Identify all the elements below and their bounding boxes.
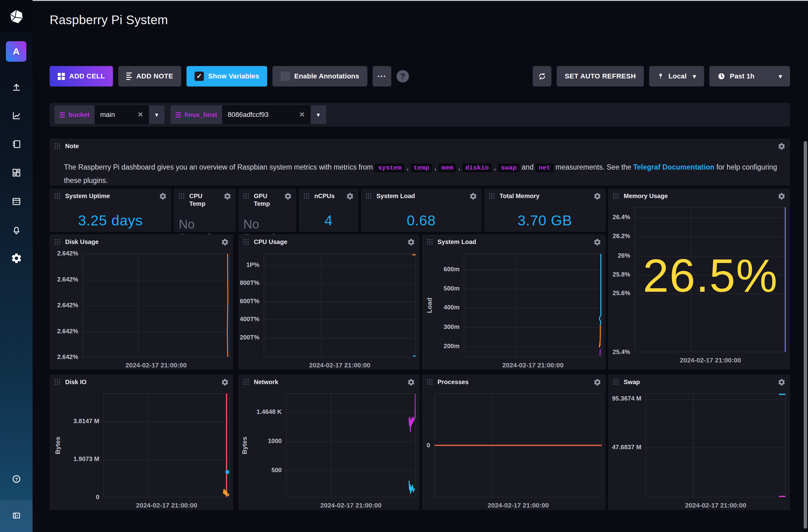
scrollbar-thumb[interactable] bbox=[804, 141, 807, 529]
gear-icon[interactable] bbox=[223, 192, 232, 202]
y-tick-label: 600m bbox=[422, 266, 460, 273]
chart-plot[interactable] bbox=[435, 394, 602, 497]
upload-icon[interactable] bbox=[11, 81, 22, 93]
avatar[interactable]: A bbox=[6, 41, 26, 62]
gear-icon[interactable] bbox=[159, 192, 167, 202]
show-variables-toggle[interactable]: ✓ Show Variables bbox=[186, 66, 267, 87]
variable-value-input[interactable]: 8086adfccf93 ✕ bbox=[222, 106, 311, 124]
add-cell-button[interactable]: ADD CELL bbox=[50, 66, 113, 87]
enable-annotations-checkbox[interactable] bbox=[280, 72, 290, 81]
variable-value-input[interactable]: main ✕ bbox=[95, 106, 149, 124]
notebooks-icon[interactable] bbox=[11, 138, 22, 150]
drag-handle-icon[interactable] bbox=[243, 239, 250, 247]
gear-icon[interactable] bbox=[593, 378, 601, 387]
variable-linux-host[interactable]: linux_host 8086adfccf93 ✕ ▾ bbox=[171, 106, 326, 124]
y-tick-label: 25.8% bbox=[608, 271, 630, 278]
chart-plot[interactable] bbox=[464, 253, 602, 357]
cell-cpu-usage: CPU Usage 1P%800T%600T%400T%200T%2024-02… bbox=[238, 234, 420, 369]
y-tick-label: 200m bbox=[422, 343, 460, 350]
drag-handle-icon[interactable] bbox=[612, 379, 620, 387]
cell-processes: Processes 02024-02-17 21:00:00 bbox=[422, 375, 606, 510]
alerts-icon[interactable] bbox=[11, 224, 22, 235]
chart-plot[interactable] bbox=[264, 253, 416, 357]
drag-handle-icon[interactable] bbox=[612, 192, 620, 201]
chart-plot[interactable] bbox=[82, 253, 229, 357]
cell-swap: Swap 95.3674 M47.6837 M2024-02-17 21:00:… bbox=[608, 375, 790, 510]
gear-icon[interactable] bbox=[221, 378, 229, 387]
drag-handle-icon[interactable] bbox=[365, 192, 373, 201]
settings-icon[interactable] bbox=[11, 252, 22, 264]
note-text: measurements. See the bbox=[554, 163, 633, 171]
telegraf-documentation-link[interactable]: Telegraf Documentation bbox=[633, 163, 715, 171]
measurement-tag: system bbox=[375, 164, 405, 172]
add-cell-label: ADD CELL bbox=[69, 72, 105, 80]
x-axis-label: 2024-02-17 21:00:00 bbox=[646, 501, 786, 509]
clear-icon[interactable]: ✕ bbox=[137, 111, 143, 119]
variable-drag-icon[interactable] bbox=[59, 112, 65, 117]
drag-handle-icon[interactable] bbox=[489, 192, 496, 201]
drag-handle-icon[interactable] bbox=[54, 379, 61, 387]
y-axis-label: Bytes bbox=[241, 433, 248, 458]
drag-handle-icon[interactable] bbox=[426, 379, 434, 387]
cell-system-load: System Load 600m500m400m300m200mLoad2024… bbox=[422, 234, 606, 369]
data-explorer-icon[interactable] bbox=[11, 110, 22, 121]
stat-value: 0.68 bbox=[361, 212, 481, 229]
more-options-button[interactable]: ··· bbox=[373, 66, 391, 87]
y-tick-label: 95.3674 M bbox=[608, 395, 641, 402]
note-text: and bbox=[520, 163, 536, 171]
gear-icon[interactable] bbox=[407, 378, 415, 387]
dashboards-icon[interactable] bbox=[11, 167, 22, 178]
drag-handle-icon[interactable] bbox=[54, 239, 61, 247]
gear-icon[interactable] bbox=[777, 378, 786, 387]
chevron-down-icon[interactable]: ▾ bbox=[149, 111, 164, 118]
drag-handle-icon[interactable] bbox=[303, 192, 311, 201]
variable-name: linux_host bbox=[185, 111, 217, 118]
variable-bucket[interactable]: bucket main ✕ ▾ bbox=[55, 106, 164, 124]
drag-handle-icon[interactable] bbox=[426, 239, 434, 247]
gear-icon[interactable] bbox=[777, 142, 786, 152]
cell-title: System Load bbox=[438, 238, 476, 246]
enable-annotations-toggle[interactable]: Enable Annotations bbox=[272, 66, 367, 87]
drag-handle-icon[interactable] bbox=[178, 192, 186, 201]
cell-title: CPU Temp bbox=[189, 192, 211, 208]
pin-icon bbox=[657, 73, 664, 80]
refresh-button[interactable] bbox=[533, 66, 551, 87]
gear-icon[interactable] bbox=[593, 238, 601, 247]
timezone-dropdown[interactable]: Local ▾ bbox=[649, 66, 704, 87]
drag-handle-icon[interactable] bbox=[54, 192, 61, 201]
show-variables-checkbox[interactable]: ✓ bbox=[195, 72, 204, 81]
set-auto-refresh-button[interactable]: SET AUTO REFRESH bbox=[557, 66, 644, 87]
variable-drag-icon[interactable] bbox=[176, 112, 181, 117]
measurement-tag: diskio bbox=[462, 164, 492, 172]
chart-plot[interactable] bbox=[104, 394, 229, 497]
clear-icon[interactable]: ✕ bbox=[299, 111, 305, 119]
time-range-label: Past 1h bbox=[730, 72, 755, 80]
gear-icon[interactable] bbox=[407, 238, 415, 247]
expand-sidebar-icon[interactable] bbox=[11, 510, 22, 521]
data-point-dot bbox=[225, 470, 229, 474]
chevron-down-icon: ▾ bbox=[693, 73, 696, 80]
time-range-dropdown[interactable]: Past 1h ▾ bbox=[709, 66, 790, 87]
gear-icon[interactable] bbox=[777, 192, 786, 202]
influxdb-logo[interactable] bbox=[0, 0, 33, 33]
add-note-button[interactable]: ADD NOTE bbox=[118, 66, 181, 87]
drag-handle-icon[interactable] bbox=[54, 142, 61, 151]
chart-plot[interactable] bbox=[286, 394, 416, 497]
dashboard-help-button[interactable]: ? bbox=[397, 70, 409, 82]
drag-handle-icon[interactable] bbox=[243, 192, 250, 201]
gear-icon[interactable] bbox=[221, 238, 229, 247]
gear-icon[interactable] bbox=[593, 192, 601, 202]
tasks-icon[interactable] bbox=[11, 195, 22, 207]
y-tick-label: 0 bbox=[422, 442, 430, 449]
cell-title: Swap bbox=[624, 378, 640, 386]
y-tick-label: 0 bbox=[50, 494, 99, 501]
gear-icon[interactable] bbox=[346, 192, 354, 202]
avatar-label: A bbox=[13, 46, 20, 57]
chevron-down-icon[interactable]: ▾ bbox=[311, 111, 326, 118]
gear-icon[interactable] bbox=[469, 192, 477, 202]
drag-handle-icon[interactable] bbox=[243, 379, 250, 387]
chart-plot[interactable]: 26.5% bbox=[635, 207, 786, 352]
gear-icon[interactable] bbox=[284, 192, 292, 202]
help-icon[interactable]: ? bbox=[11, 473, 22, 485]
chart-plot[interactable] bbox=[646, 394, 786, 497]
